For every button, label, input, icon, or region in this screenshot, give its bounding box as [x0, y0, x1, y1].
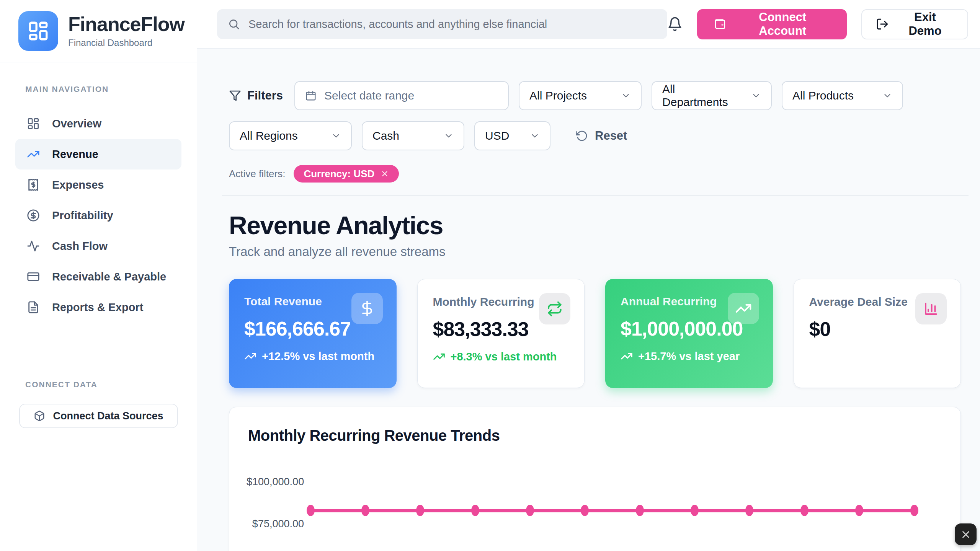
bar-chart-icon — [915, 293, 947, 324]
search-input[interactable] — [248, 18, 657, 31]
stat-delta-text: +15.7% vs last year — [638, 349, 740, 363]
sidebar-item-label: Revenue — [52, 148, 98, 161]
filters-heading: Filters — [229, 89, 283, 103]
sidebar: FinanceFlow Financial Dashboard MAIN NAV… — [0, 0, 197, 551]
credit-card-icon — [27, 270, 40, 283]
stat-card-total-revenue: Total Revenue $166,666.67 +12.5% vs last… — [229, 279, 397, 388]
sidebar-item-label: Expenses — [52, 179, 104, 191]
chart-point — [691, 505, 699, 516]
currency-select-value: USD — [485, 129, 509, 142]
connect-account-button[interactable]: Connect Account — [697, 9, 847, 39]
activity-icon — [27, 240, 40, 253]
dashboard-grid-icon — [27, 117, 40, 130]
app-logo — [18, 11, 58, 51]
filters-label: Filters — [247, 89, 283, 103]
chart-point — [307, 505, 315, 516]
trending-up-icon — [433, 350, 445, 363]
file-text-icon — [27, 301, 40, 314]
dashboard-grid-icon — [27, 20, 49, 42]
floating-close-button[interactable] — [955, 523, 977, 545]
y-axis-tick-75000: $75,000.00 — [247, 518, 304, 530]
chart-point — [471, 505, 479, 516]
repeat-icon — [539, 293, 570, 324]
sidebar-item-label: Receivable & Payable — [52, 271, 166, 283]
sidebar-item-label: Overview — [52, 117, 101, 130]
stat-cards: Total Revenue $166,666.67 +12.5% vs last… — [229, 279, 961, 388]
active-filters-row: Active filters: Currency: USD — [229, 165, 961, 183]
sidebar-item-profitability[interactable]: Profitability — [15, 200, 181, 231]
trending-up-icon — [27, 148, 40, 161]
chart-title: Monthly Recurring Revenue Trends — [248, 427, 500, 444]
trending-up-icon — [244, 350, 256, 362]
sidebar-item-receivable-payable[interactable]: Receivable & Payable — [15, 261, 181, 292]
dollar-icon — [351, 293, 383, 324]
stat-card-average-deal-size: Average Deal Size $0 — [794, 279, 961, 388]
chart-point — [636, 505, 644, 516]
trending-up-icon — [728, 293, 759, 324]
projects-select[interactable]: All Projects — [519, 81, 642, 110]
notifications-button[interactable] — [667, 16, 683, 32]
search-icon — [228, 18, 240, 30]
stat-delta: +8.3% vs last month — [433, 350, 567, 364]
products-select-value: All Products — [792, 89, 854, 102]
main-navigation: MAIN NAVIGATION Overview Revenue Expense… — [0, 62, 197, 428]
app-subtitle: Financial Dashboard — [68, 37, 185, 48]
rotate-ccw-icon — [576, 130, 588, 142]
regions-select[interactable]: All Regions — [229, 121, 352, 150]
products-select[interactable]: All Products — [782, 81, 903, 110]
close-icon[interactable] — [381, 170, 389, 178]
brand-block: FinanceFlow Financial Dashboard — [0, 0, 197, 62]
sidebar-item-expenses[interactable]: Expenses — [15, 170, 181, 200]
global-search[interactable] — [217, 9, 667, 39]
chevron-down-icon — [621, 91, 631, 101]
chevron-down-icon — [444, 131, 454, 141]
reset-filters-button[interactable]: Reset — [576, 129, 627, 143]
departments-select[interactable]: All Departments — [652, 81, 772, 110]
active-filter-chip-currency[interactable]: Currency: USD — [294, 165, 399, 183]
date-range-field[interactable] — [294, 81, 509, 110]
sidebar-item-reports-export[interactable]: Reports & Export — [15, 292, 181, 323]
app-title: FinanceFlow — [68, 14, 185, 35]
payment-type-select[interactable]: Cash — [362, 121, 464, 150]
chart-point — [416, 505, 424, 516]
receipt-icon — [27, 178, 40, 191]
trending-up-icon — [621, 350, 633, 362]
filters-row-2: All Regions Cash USD Reset — [229, 121, 961, 150]
chart-point — [361, 505, 369, 516]
stat-delta-text: +8.3% vs last month — [451, 350, 557, 364]
log-out-icon — [876, 18, 889, 31]
date-range-input[interactable] — [324, 89, 498, 102]
filter-funnel-icon — [229, 90, 241, 102]
chart-point — [910, 505, 918, 516]
chevron-down-icon — [530, 131, 540, 141]
page-title: Revenue Analytics — [229, 211, 961, 240]
chart-point — [800, 505, 808, 516]
sidebar-item-overview[interactable]: Overview — [15, 108, 181, 139]
chevron-down-icon — [751, 91, 761, 101]
sidebar-item-label: Reports & Export — [52, 301, 143, 314]
stat-delta: +15.7% vs last year — [621, 349, 758, 363]
currency-select[interactable]: USD — [474, 121, 550, 150]
main-content: Filters All Projects All Departments All… — [197, 49, 980, 551]
connect-data-sources-label: Connect Data Sources — [53, 410, 163, 422]
stat-delta-text: +12.5% vs last month — [262, 349, 374, 363]
connect-data-sources-button[interactable]: Connect Data Sources — [19, 404, 178, 428]
dollar-circle-icon — [27, 209, 40, 222]
exit-demo-button[interactable]: Exit Demo — [861, 9, 968, 39]
regions-select-value: All Regions — [240, 129, 298, 142]
bell-icon — [667, 16, 683, 32]
sidebar-item-cash-flow[interactable]: Cash Flow — [15, 231, 181, 261]
connect-account-label: Connect Account — [735, 10, 831, 38]
chart-point — [745, 505, 753, 516]
chevron-down-icon — [331, 131, 341, 141]
close-icon — [960, 529, 972, 540]
stat-card-annual-recurring: Annual Recurring $1,000,000.00 +15.7% vs… — [605, 279, 773, 388]
active-filter-chip-label: Currency: USD — [304, 168, 374, 180]
sidebar-item-revenue[interactable]: Revenue — [15, 139, 181, 170]
wallet-icon — [713, 18, 726, 31]
calendar-icon — [305, 90, 317, 101]
brand-text: FinanceFlow Financial Dashboard — [68, 14, 185, 49]
connect-data-section-title: CONNECT DATA — [15, 380, 181, 389]
stat-card-monthly-recurring: Monthly Recurring $83,333.33 +8.3% vs la… — [417, 279, 585, 388]
payment-type-select-value: Cash — [372, 129, 399, 142]
